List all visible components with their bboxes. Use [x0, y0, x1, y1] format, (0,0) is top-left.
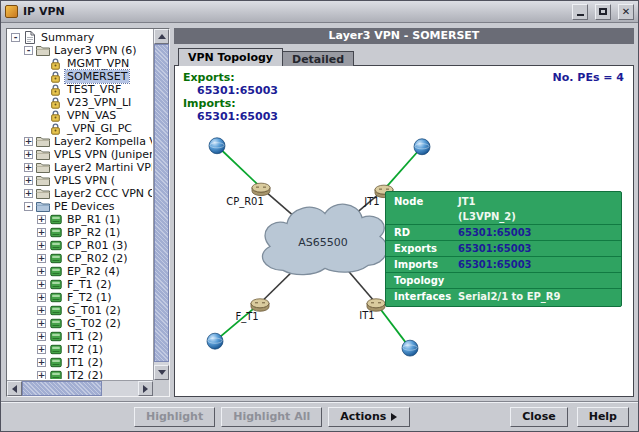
device-icon: [48, 318, 63, 329]
tooltip-row: NodeJT1: [386, 194, 621, 209]
arrow-left-icon: [8, 385, 17, 393]
expand-icon[interactable]: +: [24, 150, 33, 159]
pe-router-icon-f-t1[interactable]: [251, 299, 269, 311]
vertical-scrollbar-thumb[interactable]: [154, 44, 169, 362]
expand-icon[interactable]: +: [24, 189, 33, 198]
expand-icon[interactable]: +: [37, 254, 46, 263]
pe-router-icon-cp-r01[interactable]: [252, 183, 270, 195]
tree-item-label: BP_R2 (1): [65, 226, 122, 239]
tree-item-summary[interactable]: -Summary: [8, 31, 152, 44]
scroll-up-button[interactable]: [154, 29, 169, 44]
ce-globe-icon[interactable]: [414, 139, 430, 155]
tree-item-f-t2-1[interactable]: +F_T2 (1): [8, 291, 152, 304]
expand-icon[interactable]: +: [37, 371, 46, 379]
node-label-cp-r01: CP_R01: [226, 196, 264, 208]
lock-icon: [48, 71, 63, 83]
lock-icon: [48, 97, 63, 109]
actions-button-label: Actions: [340, 410, 386, 423]
scroll-down-button[interactable]: [154, 365, 169, 380]
horizontal-scrollbar[interactable]: [7, 380, 153, 396]
expand-icon[interactable]: +: [24, 176, 33, 185]
expand-icon[interactable]: +: [24, 137, 33, 146]
vertical-scrollbar[interactable]: [153, 29, 169, 380]
tree-item-test-vrf[interactable]: TEST_VRF: [8, 83, 152, 96]
close-button[interactable]: Close: [510, 407, 567, 427]
tree-item-g-t02-2[interactable]: +G_T02 (2): [8, 317, 152, 330]
collapse-icon[interactable]: -: [24, 46, 33, 55]
help-button[interactable]: Help: [577, 407, 629, 427]
ce-globe-icon[interactable]: [207, 333, 223, 349]
scroll-right-button[interactable]: [138, 381, 153, 396]
as-cloud[interactable]: AS65500: [262, 204, 387, 274]
tree-item-f-t1-2[interactable]: +F_T1 (2): [8, 278, 152, 291]
vpn-tree-panel: -Summary-Layer3 VPN (6)MGMT_VPNSOMERSETT…: [6, 28, 170, 397]
expand-icon[interactable]: +: [37, 306, 46, 315]
lock-icon: [48, 110, 63, 122]
tab-detailed[interactable]: Detailed: [283, 51, 354, 66]
expand-icon[interactable]: +: [37, 345, 46, 354]
collapse-icon[interactable]: -: [24, 202, 33, 211]
minimize-button[interactable]: [572, 4, 588, 20]
tree-item-bp-r2-1[interactable]: +BP_R2 (1): [8, 226, 152, 239]
tree-item-mgmt-vpn[interactable]: MGMT_VPN: [8, 57, 152, 70]
horizontal-scrollbar-thumb[interactable]: [22, 381, 102, 396]
expand-icon[interactable]: +: [37, 241, 46, 250]
tree-item-jt2-2[interactable]: +JT2 (2): [8, 369, 152, 379]
minimize-icon: [577, 14, 584, 16]
scroll-left-button[interactable]: [7, 381, 22, 396]
tree-item-cp-r02-2[interactable]: +CP_R02 (2): [8, 252, 152, 265]
tooltip-label: Exports: [394, 243, 458, 254]
maximize-button[interactable]: [595, 4, 611, 20]
expand-icon[interactable]: +: [37, 267, 46, 276]
tooltip-row: Imports65301:65003: [386, 257, 621, 273]
tree-item-label: Summary: [39, 31, 96, 44]
highlight-button[interactable]: Highlight: [134, 407, 215, 427]
tree-item-layer2-martini-vpn-c[interactable]: +Layer2 Martini VPN C: [8, 161, 152, 174]
expand-icon[interactable]: +: [37, 215, 46, 224]
tree-item-label: G_T01 (2): [65, 304, 123, 317]
tree-item-layer3-vpn-6[interactable]: -Layer3 VPN (6): [8, 44, 152, 57]
tree-item-vpls-vpn-juniper[interactable]: +VPLS VPN (Juniper): [8, 148, 152, 161]
actions-button[interactable]: Actions: [328, 407, 410, 427]
tree-item-vpn-gi-pc[interactable]: _VPN_GI_PC: [8, 122, 152, 135]
tree-item-label: MGMT_VPN: [65, 57, 131, 70]
handle-spacer: [37, 124, 46, 133]
tree-item-vpls-vpn[interactable]: +VPLS VPN (: [8, 174, 152, 187]
expand-icon[interactable]: +: [37, 293, 46, 302]
expand-icon[interactable]: +: [37, 280, 46, 289]
ce-globe-icon[interactable]: [402, 340, 418, 356]
close-window-button[interactable]: ✕: [618, 4, 634, 20]
tree-item-v23-vpn-li[interactable]: V23_VPN_LI: [8, 96, 152, 109]
highlight-all-button[interactable]: Highlight All: [221, 407, 322, 427]
tab-vpn-topology[interactable]: VPN Topology: [178, 48, 283, 66]
collapse-icon[interactable]: -: [11, 33, 20, 42]
expand-icon[interactable]: +: [37, 358, 46, 367]
scrollbar-corner: [153, 380, 169, 396]
titlebar[interactable]: IP VPN ✕: [1, 1, 638, 23]
tree-item-ep-r2-4[interactable]: +EP_R2 (4): [8, 265, 152, 278]
tooltip-value: 65301:65003: [458, 259, 532, 270]
device-icon: [48, 370, 63, 379]
imports-label: Imports:: [183, 97, 278, 110]
ce-globe-icon[interactable]: [209, 138, 225, 154]
tree-item-it1-2[interactable]: +IT1 (2): [8, 330, 152, 343]
tree-item-bp-r1-1[interactable]: +BP_R1 (1): [8, 213, 152, 226]
tree-item-jt1-2[interactable]: +JT1 (2): [8, 356, 152, 369]
tree-item-it2-1[interactable]: +IT2 (1): [8, 343, 152, 356]
device-icon: [48, 227, 63, 238]
expand-icon[interactable]: +: [24, 163, 33, 172]
expand-icon[interactable]: +: [37, 332, 46, 341]
tree-item-cp-r01-3[interactable]: +CP_R01 (3): [8, 239, 152, 252]
window-title: IP VPN: [23, 5, 65, 18]
tree-item-layer2-kompella-vpn[interactable]: +Layer2 Kompella VPN: [8, 135, 152, 148]
tree-item-pe-devices[interactable]: -PE Devices: [8, 200, 152, 213]
tree-item-somerset[interactable]: SOMERSET: [8, 70, 152, 83]
tree-item-g-t01-2[interactable]: +G_T01 (2): [8, 304, 152, 317]
expand-icon[interactable]: +: [37, 319, 46, 328]
folder-icon: [35, 188, 50, 199]
tree-item-layer2-ccc-vpn-cin[interactable]: +Layer2 CCC VPN Cin: [8, 187, 152, 200]
device-icon: [48, 214, 63, 225]
expand-icon[interactable]: +: [37, 228, 46, 237]
tree-item-vpn-vas[interactable]: VPN_VAS: [8, 109, 152, 122]
arrow-up-icon: [158, 30, 166, 39]
